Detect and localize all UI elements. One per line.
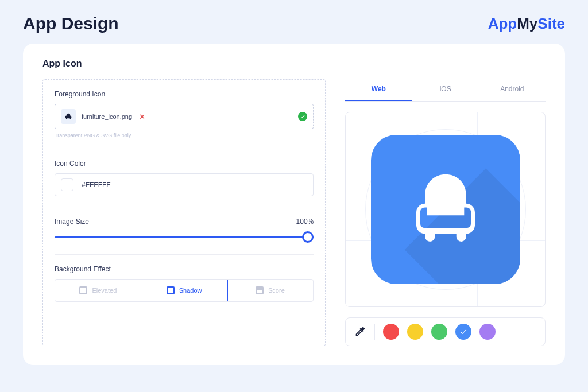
color-palette [345, 317, 546, 346]
effect-elevated-label: Elevated [92, 287, 117, 294]
foreground-label: Foreground Icon [55, 90, 314, 98]
swatch-red[interactable] [383, 324, 399, 340]
slider-thumb[interactable] [302, 231, 314, 243]
app-icon-card: App Icon Foreground Icon furniture_icon.… [23, 44, 565, 365]
check-icon [459, 328, 467, 336]
tab-android[interactable]: Android [479, 79, 546, 101]
shadow-icon [167, 286, 175, 294]
remove-file-button[interactable]: ✕ [139, 112, 145, 121]
tab-ios[interactable]: iOS [412, 79, 479, 101]
swatch-purple[interactable] [479, 324, 496, 340]
background-effect-group: Elevated Shadow Score [55, 279, 314, 302]
page-title: App Design [23, 14, 119, 33]
icon-color-label: Icon Color [55, 160, 314, 168]
image-size-value: 100% [296, 218, 314, 226]
swatch-yellow[interactable] [407, 324, 423, 340]
app-icon-tile [371, 135, 520, 284]
background-effect-label: Background Effect [55, 265, 314, 273]
upload-hint: Transparent PNG & SVG file only [55, 133, 314, 138]
effect-shadow[interactable]: Shadow [141, 279, 228, 302]
score-icon [256, 286, 264, 294]
image-size-label: Image Size [55, 218, 89, 226]
eyedropper-icon[interactable] [354, 325, 366, 338]
preview-tabs: Web iOS Android [345, 79, 546, 102]
elevated-icon [79, 286, 87, 294]
armchair-icon [64, 112, 73, 121]
upload-success-icon [298, 112, 307, 121]
color-hex-value: #FFFFFF [82, 181, 111, 189]
image-size-slider[interactable] [55, 230, 314, 244]
upload-field[interactable]: furniture_icon.png ✕ [55, 104, 314, 129]
tab-web[interactable]: Web [345, 79, 412, 101]
upload-thumbnail [61, 109, 76, 124]
brand-part-site: Site [537, 15, 565, 32]
effect-score[interactable]: Score [227, 280, 314, 301]
brand-logo: AppMySite [488, 15, 565, 33]
effect-elevated[interactable]: Elevated [55, 280, 141, 301]
brand-part-app: App [488, 15, 517, 32]
effect-shadow-label: Shadow [179, 287, 202, 294]
effect-score-label: Score [268, 287, 285, 294]
color-swatch-preview [61, 178, 74, 191]
upload-filename: furniture_icon.png [82, 113, 132, 120]
armchair-icon [397, 161, 494, 258]
swatch-blue[interactable] [455, 324, 471, 340]
section-title: App Icon [42, 59, 546, 69]
icon-preview [345, 112, 546, 307]
preview-panel: Web iOS Android [345, 79, 546, 346]
brand-part-my: My [517, 15, 537, 32]
swatch-green[interactable] [431, 324, 447, 340]
settings-panel: Foreground Icon furniture_icon.png ✕ Tra… [42, 79, 326, 346]
color-input[interactable]: #FFFFFF [55, 173, 314, 196]
